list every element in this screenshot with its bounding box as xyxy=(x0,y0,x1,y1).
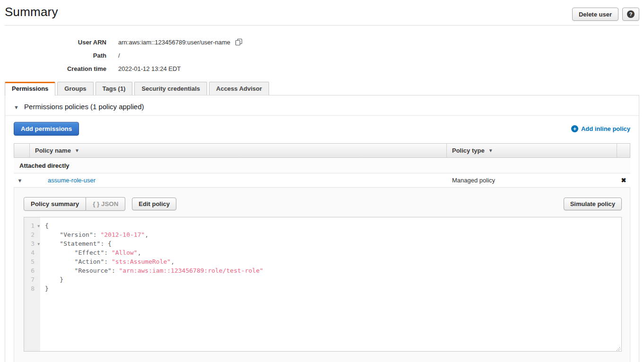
policy-type-header-label: Policy type xyxy=(452,147,485,154)
policy-name-column-header[interactable]: Policy name ▼ xyxy=(30,144,446,157)
expand-column-header xyxy=(14,144,30,157)
sort-caret-icon: ▼ xyxy=(75,148,79,153)
policy-type-value: Managed policy xyxy=(447,177,617,184)
json-view-button[interactable]: { } JSON xyxy=(86,197,125,211)
editor-line-number[interactable]: 1▼ xyxy=(24,221,40,230)
editor-code-line: "Resource": "arn:aws:iam::123456789:role… xyxy=(45,266,621,275)
tab-access-advisor[interactable]: Access Advisor xyxy=(209,82,269,95)
editor-line-number: 8 xyxy=(24,284,40,293)
add-inline-policy-label: Add inline policy xyxy=(581,125,630,132)
tab-permissions[interactable]: Permissions xyxy=(5,82,55,95)
policy-name-link[interactable]: assume-role-user xyxy=(29,177,447,184)
permissions-policies-title: Permissions policies (1 policy applied) xyxy=(24,103,144,111)
add-permissions-button[interactable]: Add permissions xyxy=(14,122,79,136)
editor-line-number: 4 xyxy=(24,248,40,257)
path-label: Path xyxy=(0,52,118,59)
editor-code-line: "Effect": "Allow", xyxy=(45,248,621,257)
editor-code-line: } xyxy=(45,284,621,293)
tab-bar: Permissions Groups Tags (1) Security cre… xyxy=(5,82,639,95)
plus-circle-icon: + xyxy=(571,125,578,132)
editor-gutter: 1▼23▼45678 xyxy=(24,217,40,351)
actions-column-header xyxy=(617,144,630,157)
simulate-policy-button[interactable]: Simulate policy xyxy=(564,198,622,210)
user-arn-label: User ARN xyxy=(0,39,118,46)
user-arn-value: arn:aws:iam::123456789:user/user-name xyxy=(118,39,230,46)
policy-table-header: Policy name ▼ Policy type ▼ xyxy=(14,143,630,158)
creation-time-value: 2022-01-12 13:24 EDT xyxy=(118,65,181,72)
page-title: Summary xyxy=(5,5,58,19)
collapse-caret-icon: ▼ xyxy=(14,104,19,110)
editor-code-line: "Statement": { xyxy=(45,239,621,248)
help-button[interactable]: ? xyxy=(622,8,639,21)
permissions-policies-section-header[interactable]: ▼ Permissions policies (1 policy applied… xyxy=(5,95,639,115)
fold-caret-icon[interactable]: ▼ xyxy=(37,240,40,249)
editor-line-number: 6 xyxy=(24,266,40,275)
page-header: Summary Delete user ? xyxy=(0,0,644,21)
remove-policy-x-icon[interactable]: ✖ xyxy=(617,177,630,184)
row-expand-caret[interactable]: ▼ xyxy=(14,177,29,184)
header-divider xyxy=(5,25,639,26)
policies-toolbar: Add permissions + Add inline policy xyxy=(5,116,639,142)
editor-line-number[interactable]: 3▼ xyxy=(24,239,40,248)
editor-code: { "Version": "2012-10-17", "Statement": … xyxy=(40,217,621,351)
field-row-path: Path / xyxy=(0,49,644,62)
policy-name-header-label: Policy name xyxy=(35,147,71,154)
tab-security-credentials[interactable]: Security credentials xyxy=(134,82,207,95)
summary-fields: User ARN arn:aws:iam::123456789:user/use… xyxy=(0,35,644,75)
sort-caret-icon: ▼ xyxy=(488,148,493,153)
field-row-creation-time: Creation time 2022-01-12 13:24 EDT xyxy=(0,62,644,75)
edit-policy-button[interactable]: Edit policy xyxy=(132,198,176,210)
attached-directly-group-row: Attached directly xyxy=(14,158,630,173)
editor-code-line: "Action": "sts:AssumeRole", xyxy=(45,257,621,266)
editor-code-line: } xyxy=(45,275,621,284)
editor-code-line: "Version": "2012-10-17", xyxy=(45,230,621,239)
policy-json-editor[interactable]: 1▼23▼45678 { "Version": "2012-10-17", "S… xyxy=(24,217,622,352)
copy-icon[interactable] xyxy=(235,38,243,46)
editor-resize-handle[interactable] xyxy=(615,345,621,351)
policy-table-row: ▼ assume-role-user Managed policy ✖ xyxy=(14,173,630,188)
fold-caret-icon[interactable]: ▼ xyxy=(37,222,40,231)
delete-user-button[interactable]: Delete user xyxy=(572,8,618,21)
field-row-user-arn: User ARN arn:aws:iam::123456789:user/use… xyxy=(0,35,644,49)
header-buttons: Delete user ? xyxy=(572,8,639,21)
editor-line-number: 5 xyxy=(24,257,40,266)
editor-line-number: 2 xyxy=(24,230,40,239)
permissions-tab-panel: ▼ Permissions policies (1 policy applied… xyxy=(5,95,639,362)
policy-view-toggle: Policy summary { } JSON xyxy=(24,197,125,211)
question-mark-icon: ? xyxy=(627,10,635,18)
tab-tags[interactable]: Tags (1) xyxy=(96,82,133,95)
policy-type-column-header[interactable]: Policy type ▼ xyxy=(446,144,617,157)
policy-summary-button[interactable]: Policy summary xyxy=(24,197,86,211)
creation-time-label: Creation time xyxy=(0,65,118,72)
editor-code-line: { xyxy=(45,221,621,230)
tab-groups[interactable]: Groups xyxy=(57,82,93,95)
policy-detail-panel: Policy summary { } JSON Edit policy Simu… xyxy=(14,188,630,362)
path-value: / xyxy=(118,52,120,59)
caret-down-icon: ▼ xyxy=(17,178,23,183)
policy-table: Policy name ▼ Policy type ▼ Attached dir… xyxy=(14,143,630,188)
editor-line-number: 7 xyxy=(24,275,40,284)
policy-detail-buttons: Policy summary { } JSON Edit policy Simu… xyxy=(24,197,622,211)
add-inline-policy-link[interactable]: + Add inline policy xyxy=(571,125,630,132)
